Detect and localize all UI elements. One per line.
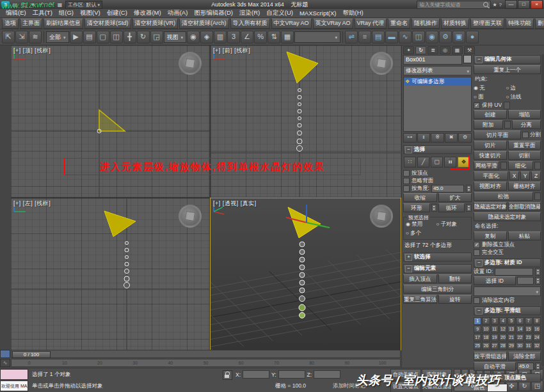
menu-item[interactable]: 图形编辑器(D) [191,9,236,17]
snap-toggle-icon[interactable]: 3 [227,31,240,43]
tessellate-button[interactable]: 细化 [508,161,534,170]
smoothing-group-cell[interactable]: 10 [482,325,490,333]
mini-curve-editor-button[interactable]: ∿ [0,359,10,367]
smoothing-group-cell[interactable]: 13 [508,325,515,333]
rollout-soft-selection[interactable]: 软选择 [403,253,472,262]
stack-item-editable-poly[interactable]: ❖ 可编辑多边形 [404,77,471,86]
preview-selection-radio[interactable]: 子对象 [436,221,467,228]
border-icon[interactable]: ▢ [431,157,443,168]
msmooth-settings-icon[interactable] [500,162,507,169]
close-button[interactable]: × [531,0,543,9]
percent-snap-icon[interactable]: % [254,31,267,43]
viewport-label-perspective[interactable]: [+] [透视] [真实] [213,200,257,208]
favorites-icon[interactable]: ★ [492,2,497,8]
rollout-smoothing-groups[interactable]: 多边形: 平滑组 [474,306,541,315]
planar-z-button[interactable]: Z [531,171,541,180]
show-end-result-icon[interactable]: ‖ [417,133,431,143]
viewport-label-left[interactable]: [+] [左] [线框] [13,200,51,208]
smoothing-group-cell[interactable]: 27 [491,342,499,350]
turn-button[interactable]: 旋转 [438,295,472,304]
smoothing-group-cell[interactable]: 12 [499,325,507,333]
script-toolbar-button[interactable]: 主界面 [20,19,42,29]
smoothing-group-cell[interactable]: 7 [525,317,532,325]
command-tab-hierarchy[interactable]: ≣ [428,46,438,54]
script-toolbar-button[interactable]: 中文VRay AO [271,19,312,29]
quickslice-button[interactable]: 快速切片 [474,151,507,160]
selection-lock-icon[interactable] [223,370,232,380]
configure-modifier-sets-icon[interactable]: ⚙ [458,133,472,143]
edit-named-selection-icon[interactable]: ▦ [281,31,294,43]
smoothing-group-cell[interactable]: 28 [499,342,507,350]
material-editor-icon[interactable]: ◉ [426,31,438,43]
msmooth-button[interactable]: 网格平滑 [474,161,499,170]
constraint-radio[interactable]: 法线 [506,93,538,101]
schematic-view-icon[interactable]: ◫ [412,31,425,43]
by-vertex-checkbox[interactable] [403,170,410,176]
crystal-cone-object[interactable] [104,211,136,237]
ring-button[interactable]: 环形 [403,203,430,212]
menu-item[interactable]: 工具(T) [29,9,56,17]
select-by-sg-button[interactable]: 按平滑组选择 [474,352,507,361]
script-toolbar-button[interactable]: 清空材质球(VR) [132,19,179,29]
z-coordinate-field[interactable] [314,370,340,379]
script-toolbar-button[interactable]: 材质转换 [441,19,469,29]
constraint-radio[interactable]: 边 [506,84,538,92]
command-tab-motion[interactable]: ◎ [440,46,451,54]
script-toolbar-button[interactable]: 重命名 [388,19,410,29]
viewport-left[interactable]: [+] [左] [线框] [11,198,209,350]
viewport-label-front[interactable]: [+] [前] [线框] [213,47,250,55]
script-toolbar-button[interactable]: 整理面关联 [470,19,504,29]
delete-isolated-checkbox[interactable] [474,242,480,248]
retriangulate-button[interactable]: 重复三角算法 [403,295,437,304]
select-id-field[interactable] [517,277,534,285]
menu-item[interactable]: MAXScript(X) [296,10,340,17]
rollout-material-ids[interactable]: 多边形: 材质 ID [474,258,541,267]
maxscript-mini-listener[interactable]: 欢迎使用 MAXScr [0,380,28,391]
reset-plane-button[interactable]: 重置平面 [508,141,541,150]
layer-manager-icon[interactable]: ▤ [372,31,385,43]
auto-smooth-value-field[interactable]: 45.0 [517,363,534,370]
maximize-button[interactable]: □ [518,0,530,9]
smoothing-group-cell[interactable]: 29 [508,342,515,350]
script-toolbar-button[interactable]: 清空材质球(Arch) [179,19,229,29]
modifier-stack[interactable]: ❖ 可编辑多边形 [403,77,472,132]
menu-item[interactable]: 帮助(H) [339,9,366,17]
menu-item[interactable]: 组(G) [56,9,77,17]
vertex-icon[interactable]: ∷ [404,157,416,168]
spinner-icon[interactable] [535,277,541,285]
make-unique-icon[interactable]: ※ [431,133,444,143]
viewport-label-top[interactable]: [+] [顶] [线框] [13,47,51,55]
select-by-name-icon[interactable]: ▤ [83,31,96,43]
smoothing-group-cell[interactable]: 32 [533,342,541,350]
select-manipulate-icon[interactable]: ◈ [200,31,213,43]
script-toolbar-button[interactable]: 选项 [2,19,19,29]
script-toolbar-button[interactable]: 特殊功能 [506,19,534,29]
smoothing-group-cell[interactable]: 2 [482,317,490,325]
script-toolbar-button[interactable]: 英文VRay AO [313,19,353,29]
make-planar-button[interactable]: 平面化 [474,171,508,180]
smoothing-group-cell[interactable]: 8 [533,317,541,325]
select-and-link-icon[interactable]: ⇱ [2,31,15,43]
smoothing-group-cell[interactable]: 16 [533,325,541,333]
angle-value-field[interactable]: 45.0 [431,185,464,192]
full-interactivity-checkbox[interactable] [474,249,480,256]
rollout-edit-elements[interactable]: 编辑元素 [403,264,472,273]
constraint-radio[interactable]: 面 [474,93,506,101]
search-input[interactable]: 输入关键字或短语 [419,1,481,8]
viewcube-icon[interactable] [370,52,393,75]
smoothing-group-cell[interactable]: 15 [525,325,532,333]
select-id-button[interactable]: 选择 ID [474,276,516,285]
pin-stack-icon[interactable]: ⊶ [403,133,417,143]
cut-button[interactable]: 切割 [508,151,541,160]
select-scale-icon[interactable]: ◲ [150,31,163,43]
smoothing-group-cell[interactable]: 20 [499,334,507,341]
x-coordinate-field[interactable] [243,370,269,379]
auto-smooth-button[interactable]: 自动平滑 [474,362,516,371]
time-slider-handle[interactable]: 0 / 100 [12,351,51,358]
shrink-button[interactable]: 收缩 [403,193,437,202]
smoothing-group-cell[interactable]: 19 [491,334,499,341]
render-setup-icon[interactable]: ⚙ [439,31,452,43]
hide-selected-button[interactable]: 隐藏选定对象 [474,202,507,211]
smoothing-group-cell[interactable]: 18 [482,334,490,341]
smoothing-group-cell[interactable]: 31 [525,342,532,350]
